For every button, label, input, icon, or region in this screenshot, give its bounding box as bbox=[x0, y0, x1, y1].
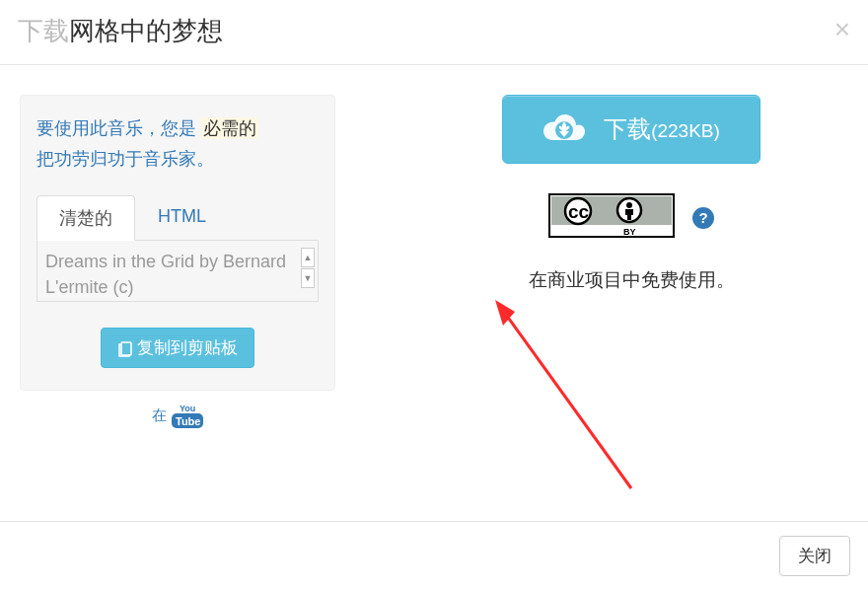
cc-by-badge-icon[interactable]: cc BY bbox=[548, 193, 675, 242]
copy-button[interactable]: 复制到剪贴板 bbox=[101, 328, 254, 368]
required-badge: 必需的 bbox=[201, 117, 258, 139]
dialog-body: 要使用此音乐，您是 必需的 把功劳归功于音乐家。 清楚的 HTML ▲ ▼ bbox=[0, 65, 868, 441]
svg-point-13 bbox=[626, 202, 632, 208]
credit-area: ▲ ▼ bbox=[36, 241, 319, 306]
attribution-box: 要使用此音乐，您是 必需的 把功劳归功于音乐家。 清楚的 HTML ▲ ▼ bbox=[20, 95, 335, 391]
scroll-spinner: ▲ ▼ bbox=[301, 248, 315, 288]
svg-rect-0 bbox=[121, 342, 131, 355]
svg-text:cc: cc bbox=[568, 201, 590, 222]
help-icon[interactable]: ? bbox=[692, 207, 714, 229]
title-prefix: 下载 bbox=[18, 16, 69, 45]
attribution-text: 要使用此音乐，您是 必需的 把功劳归功于音乐家。 bbox=[36, 113, 319, 174]
clipboard-icon bbox=[117, 339, 133, 357]
youtube-link[interactable]: 在 You Tube bbox=[20, 403, 335, 431]
license-row: cc BY ? bbox=[548, 193, 714, 242]
credit-textarea[interactable] bbox=[36, 241, 319, 302]
commercial-text: 在商业项目中免费使用。 bbox=[529, 267, 735, 293]
copy-label: 复制到剪贴板 bbox=[137, 336, 238, 359]
svg-text:You: You bbox=[180, 404, 195, 413]
tabs: 清楚的 HTML bbox=[36, 195, 319, 241]
download-text: 下载 bbox=[604, 115, 651, 142]
download-label: 下载(223KB) bbox=[604, 113, 720, 145]
close-icon[interactable]: × bbox=[834, 16, 850, 43]
tab-html[interactable]: HTML bbox=[135, 195, 229, 241]
left-column: 要使用此音乐，您是 必需的 把功劳归功于音乐家。 清楚的 HTML ▲ ▼ bbox=[20, 95, 335, 431]
chevron-up-icon[interactable]: ▲ bbox=[301, 248, 315, 267]
right-column: 下载(223KB) cc BY ? 在商业项目中免费使用。 bbox=[414, 95, 848, 431]
svg-text:BY: BY bbox=[623, 227, 636, 237]
download-button[interactable]: 下载(223KB) bbox=[502, 95, 760, 164]
attr-line1-before: 要使用此音乐，您是 bbox=[36, 118, 196, 138]
cloud-download-icon bbox=[542, 111, 586, 147]
attr-line2: 把功劳归功于音乐家。 bbox=[36, 149, 214, 169]
dialog-footer: 关闭 bbox=[0, 521, 868, 590]
chevron-down-icon[interactable]: ▼ bbox=[301, 268, 315, 288]
svg-text:Tube: Tube bbox=[176, 415, 200, 427]
youtube-icon: You Tube bbox=[172, 403, 203, 431]
close-button[interactable]: 关闭 bbox=[779, 536, 850, 576]
dialog-header: 下载网格中的梦想 × bbox=[0, 0, 868, 65]
title-name: 网格中的梦想 bbox=[69, 16, 223, 45]
download-size: (223KB) bbox=[651, 120, 720, 141]
svg-rect-6 bbox=[562, 124, 566, 132]
tab-plain[interactable]: 清楚的 bbox=[36, 195, 135, 241]
youtube-prefix: 在 bbox=[152, 407, 167, 424]
